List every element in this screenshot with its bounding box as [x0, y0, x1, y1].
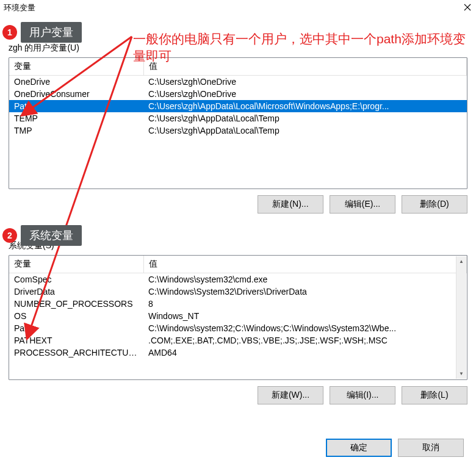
table-row[interactable]: DriverDataC:\Windows\System32\Drivers\Dr… — [9, 285, 467, 298]
cell-value: C:\Users\zgh\OneDrive — [143, 76, 467, 88]
system-edit-button[interactable]: 编辑(I)... — [330, 386, 395, 404]
cell-variable: TMP — [9, 124, 143, 137]
ok-button[interactable]: 确定 — [326, 439, 392, 457]
cell-value: C:\Users\zgh\AppData\Local\Temp — [143, 124, 467, 137]
cell-value: C:\Windows\system32;C:\Windows;C:\Window… — [143, 322, 467, 334]
system-delete-button[interactable]: 删除(L) — [402, 386, 467, 404]
annotation-text: 一般你的电脑只有一个用户，选中其中一个path添加环境变量即可 — [133, 31, 476, 65]
system-vars-buttons: 新建(W)... 编辑(I)... 删除(L) — [9, 386, 467, 404]
system-scrollbar[interactable]: ▲ ▼ — [456, 256, 466, 379]
cell-variable: ComSpec — [9, 273, 143, 286]
cell-variable: Path — [9, 100, 143, 112]
cell-variable: OneDriveConsumer — [9, 88, 143, 100]
cell-variable: PROCESSOR_ARCHITECTURE — [9, 347, 143, 359]
badge-label-system-vars: 系统变量 — [21, 225, 82, 246]
cell-variable: DriverData — [9, 285, 143, 298]
table-row[interactable]: ComSpecC:\Windows\system32\cmd.exe — [9, 273, 467, 286]
scroll-down-icon[interactable]: ▼ — [456, 368, 466, 379]
dialog-footer: 确定 取消 — [326, 439, 464, 457]
user-vars-table[interactable]: 变量 值 OneDriveC:\Users\zgh\OneDriveOneDri… — [9, 57, 467, 189]
cancel-button[interactable]: 取消 — [398, 439, 464, 457]
table-row[interactable]: TMPC:\Users\zgh\AppData\Local\Temp — [9, 124, 467, 137]
badge-number-2: 2 — [2, 228, 17, 243]
cell-variable: TEMP — [9, 112, 143, 124]
badge-number-1: 1 — [2, 25, 17, 40]
user-col-variable[interactable]: 变量 — [9, 58, 143, 76]
table-row[interactable]: OneDriveC:\Users\zgh\OneDrive — [9, 76, 467, 88]
table-row[interactable]: OSWindows_NT — [9, 310, 467, 322]
titlebar: 环境变量 — [0, 0, 476, 16]
table-row[interactable]: PathC:\Windows\system32;C:\Windows;C:\Wi… — [9, 322, 467, 334]
user-edit-button[interactable]: 编辑(E)... — [330, 195, 395, 214]
annotation-badge-2: 2 系统变量 — [2, 225, 82, 246]
window-title: 环境变量 — [4, 2, 464, 13]
scroll-up-icon[interactable]: ▲ — [456, 256, 466, 267]
table-row[interactable]: NUMBER_OF_PROCESSORS8 — [9, 298, 467, 310]
cell-value: C:\Users\zgh\OneDrive — [143, 88, 467, 100]
cell-variable: PATHEXT — [9, 334, 143, 347]
table-row[interactable]: TEMPC:\Users\zgh\AppData\Local\Temp — [9, 112, 467, 124]
cell-value: C:\Windows\system32\cmd.exe — [143, 273, 467, 286]
cell-value: 8 — [143, 298, 467, 310]
table-row[interactable]: PathC:\Users\zgh\AppData\Local\Microsoft… — [9, 100, 467, 112]
badge-label-user-vars: 用户变量 — [21, 22, 82, 43]
cell-variable: OneDrive — [9, 76, 143, 88]
system-vars-table[interactable]: 变量 值 ComSpecC:\Windows\system32\cmd.exeD… — [9, 255, 467, 380]
user-delete-button[interactable]: 删除(D) — [402, 195, 467, 214]
cell-variable: OS — [9, 310, 143, 322]
cell-value: AMD64 — [143, 347, 467, 359]
table-row[interactable]: PROCESSOR_ARCHITECTUREAMD64 — [9, 347, 467, 359]
table-row[interactable]: PATHEXT.COM;.EXE;.BAT;.CMD;.VBS;.VBE;.JS… — [9, 334, 467, 347]
cell-value: C:\Users\zgh\AppData\Local\Temp — [143, 112, 467, 124]
cell-value: .COM;.EXE;.BAT;.CMD;.VBS;.VBE;.JS;.JSE;.… — [143, 334, 467, 347]
cell-variable: NUMBER_OF_PROCESSORS — [9, 298, 143, 310]
system-col-variable[interactable]: 变量 — [9, 256, 143, 273]
cell-value: Windows_NT — [143, 310, 467, 322]
user-new-button[interactable]: 新建(N)... — [258, 195, 323, 214]
system-new-button[interactable]: 新建(W)... — [258, 386, 323, 404]
annotation-badge-1: 1 用户变量 — [2, 22, 82, 43]
system-col-value[interactable]: 值 — [143, 256, 467, 273]
cell-variable: Path — [9, 322, 143, 334]
table-row[interactable]: OneDriveConsumerC:\Users\zgh\OneDrive — [9, 88, 467, 100]
cell-value: C:\Windows\System32\Drivers\DriverData — [143, 285, 467, 298]
user-vars-buttons: 新建(N)... 编辑(E)... 删除(D) — [9, 195, 467, 214]
cell-value: C:\Users\zgh\AppData\Local\Microsoft\Win… — [143, 100, 467, 112]
close-icon[interactable] — [464, 4, 472, 12]
